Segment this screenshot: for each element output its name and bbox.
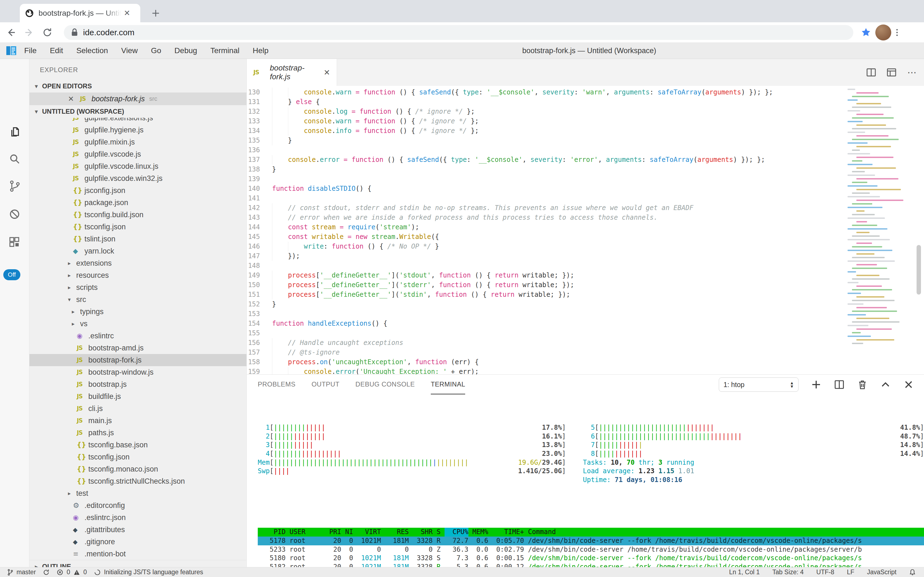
tree-item-tslint.json[interactable]: {}tslint.json [29,233,246,245]
menu-debug[interactable]: Debug [174,46,197,55]
branch-indicator[interactable]: master [7,569,36,576]
tree-item-package.json[interactable]: {}package.json [29,197,246,209]
offline-badge[interactable]: Off [3,269,20,280]
indentation[interactable]: Tab Size: 4 [773,569,804,576]
explorer-icon[interactable] [7,126,22,140]
browser-menu-icon[interactable] [895,27,899,38]
tree-item-.gitignore[interactable]: ◆.gitignore [29,536,246,548]
notifications-bell-icon[interactable] [909,569,916,576]
tree-item-tsconfig.build.json[interactable]: {}tsconfig.build.json [29,209,246,221]
menu-terminal[interactable]: Terminal [211,46,239,55]
reload-button[interactable] [40,25,55,40]
tree-item-.eslintrc[interactable]: ◉.eslintrc [29,330,246,342]
section-open-editors[interactable]: ▾OPEN EDITORS [29,80,246,92]
encoding[interactable]: UTF-8 [816,569,834,576]
tree-item-gulpfile.extensions.js[interactable]: JSgulpfile.extensions.js [29,118,246,124]
tree-item-src[interactable]: ▾src [29,293,246,306]
panel-header: PROBLEMSOUTPUTDEBUG CONSOLETERMINAL 1: h… [247,375,924,395]
more-actions-icon[interactable]: ⋯ [906,67,918,78]
menu-view[interactable]: View [121,46,138,55]
source-control-icon[interactable] [7,179,22,193]
tree-item-bootstrap-fork.js[interactable]: JSbootstrap-fork.js [29,354,246,366]
tree-item-tsconfig.monaco.json[interactable]: {}tsconfig.monaco.json [29,463,246,475]
cursor-position[interactable]: Ln 1, Col 1 [729,569,760,576]
tree-item-buildfile.js[interactable]: JSbuildfile.js [29,390,246,403]
tree-item-resources[interactable]: ▸resources [29,269,246,281]
open-editor-item[interactable]: ✕ JS bootstrap-fork.js src [29,92,246,105]
menu-go[interactable]: Go [151,46,161,55]
tree-item-gulpfile.vscode.js[interactable]: JSgulpfile.vscode.js [29,148,246,160]
tree-item-tsconfig.strictNullChecks.json[interactable]: {}tsconfig.strictNullChecks.json [29,475,246,487]
new-terminal-icon[interactable] [811,379,822,390]
eol-sequence[interactable]: LF [847,569,854,576]
problems-indicator[interactable]: 0 0 [57,569,87,576]
code-line-134: 134console.info = function () { /* ignor… [247,126,924,136]
close-panel-icon[interactable] [903,379,914,390]
tree-item-gulpfile.hygiene.js[interactable]: JSgulpfile.hygiene.js [29,124,246,136]
tree-item-gulpfile.mixin.js[interactable]: JSgulpfile.mixin.js [29,136,246,148]
bookmark-star-icon[interactable] [860,27,871,38]
debug-icon[interactable] [7,207,22,221]
menu-edit[interactable]: Edit [50,46,63,55]
tree-item-main.js[interactable]: JSmain.js [29,414,246,427]
back-icon [5,27,16,38]
panel-tab-problems[interactable]: PROBLEMS [258,375,296,395]
back-button[interactable] [4,25,18,40]
menu-help[interactable]: Help [252,46,268,55]
section-workspace[interactable]: ▾UNTITLED (WORKSPACE) [29,105,246,118]
tree-item-bootstrap-window.js[interactable]: JSbootstrap-window.js [29,366,246,378]
tree-item-typings[interactable]: ▸typings [29,306,246,318]
editor-tabbar: JS bootstrap-fork.js ✕ ⋯ [247,59,924,86]
tree-item-.gitattributes[interactable]: ◆.gitattributes [29,524,246,536]
terminal-select[interactable]: 1: htop ▲▼ [719,377,799,392]
tree-item-extensions[interactable]: ▸extensions [29,257,246,269]
new-tab-button[interactable] [149,6,163,20]
maximize-panel-icon[interactable] [880,379,891,390]
tree-item-.editorconfig[interactable]: ⚙.editorconfig [29,500,246,511]
menu-selection[interactable]: Selection [76,46,108,55]
terminal[interactable]: 1[|||||||||||||17.8%] 5[||||||||||||||||… [247,395,924,567]
editor-scrollbar[interactable] [917,245,921,295]
avatar[interactable] [875,24,891,40]
tree-item-.eslintrc.json[interactable]: ◉.eslintrc.json [29,511,246,524]
section-outline[interactable]: ▸OUTLINE [29,560,246,567]
panel-tab-terminal[interactable]: TERMINAL [431,375,465,395]
tree-item-yarn.lock[interactable]: ◆yarn.lock [29,245,246,257]
tree-item-gulpfile.vscode.win32.js[interactable]: JSgulpfile.vscode.win32.js [29,172,246,184]
tree-item-tsconfig.base.json[interactable]: {}tsconfig.base.json [29,439,246,451]
close-icon[interactable]: ✕ [68,95,74,103]
panel-tab-output[interactable]: OUTPUT [312,375,339,395]
tree-item-tsconfig.json[interactable]: {}tsconfig.json [29,221,246,233]
split-terminal-icon[interactable] [834,379,845,390]
toggle-layout-icon[interactable] [886,67,897,78]
split-editor-icon[interactable] [866,67,877,78]
tab-close-icon[interactable]: ✕ [124,10,130,17]
extensions-icon[interactable] [7,235,22,250]
url-bar[interactable]: ide.coder.com [64,25,853,40]
forward-button[interactable] [22,25,36,40]
tree-item-jsconfig.json[interactable]: {}jsconfig.json [29,184,246,197]
tree-item-scripts[interactable]: ▸scripts [29,281,246,293]
tree-item-cli.js[interactable]: JScli.js [29,403,246,414]
tree-item-vs[interactable]: ▸vs [29,318,246,330]
tree-item-test[interactable]: ▸test [29,487,246,500]
search-icon[interactable] [7,152,22,166]
browser-tab[interactable]: bootstrap-fork.js — Untitled (W ✕ [20,4,140,22]
tree-item-bootstrap-amd.js[interactable]: JSbootstrap-amd.js [29,342,246,354]
minimap[interactable] [846,86,912,374]
tree-item-bootstrap.js[interactable]: JSbootstrap.js [29,378,246,390]
panel-tab-debug-console[interactable]: DEBUG CONSOLE [355,375,415,395]
sync-button[interactable] [43,569,50,575]
tree-item-.mention-bot[interactable]: ≡.mention-bot [29,548,246,560]
menu-file[interactable]: File [24,46,37,55]
language-mode[interactable]: JavaScript [867,569,897,576]
tree-item-gulpfile.vscode.linux.js[interactable]: JSgulpfile.vscode.linux.js [29,160,246,172]
process-row-5180: 5180root2001021M181M3328S7.30.60:00.15/d… [258,554,924,562]
editor-tab[interactable]: JS bootstrap-fork.js ✕ [247,59,337,86]
kill-terminal-trash-icon[interactable] [857,379,868,390]
code-editor[interactable]: 130console.warn = function () { safeSend… [247,86,924,374]
tree-item-tsconfig.json[interactable]: {}tsconfig.json [29,451,246,463]
tree-item-paths.js[interactable]: JSpaths.js [29,427,246,439]
js-file-icon: JS [77,393,88,400]
editor-tab-close-icon[interactable]: ✕ [324,68,330,77]
